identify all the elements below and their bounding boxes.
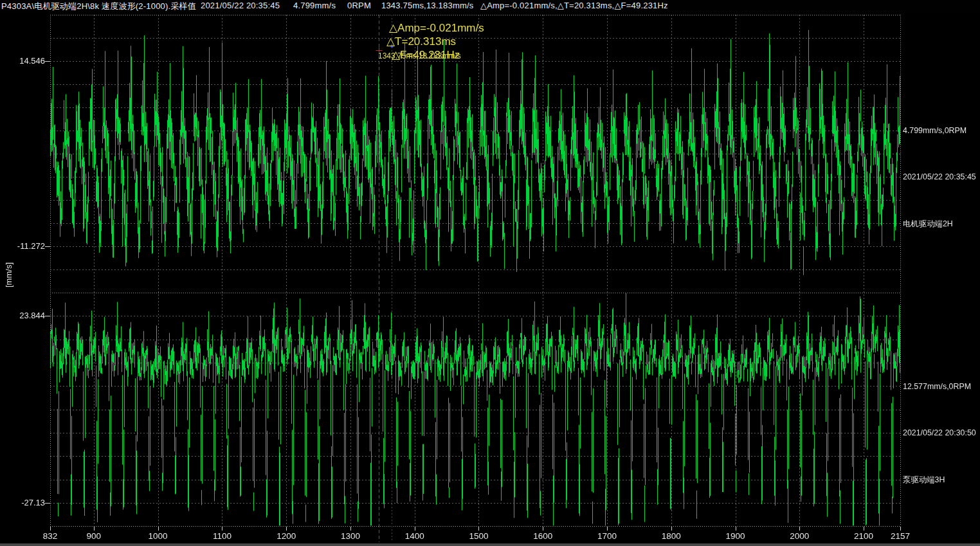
x-tick-label: 1100 <box>204 531 240 541</box>
x-tick-label: 1000 <box>140 531 176 541</box>
x-tick-label: 1800 <box>653 531 689 541</box>
x-tick-label: 1700 <box>589 531 625 541</box>
channel-label: 2021/05/22 20:35:45 <box>903 172 980 181</box>
delta-amp-annotation: △Amp=-0.021mm/s <box>389 21 484 35</box>
x-tick-label: 1500 <box>460 531 496 541</box>
vibration-waveform-viewer: P4303A\电机驱动端2H\8k 速度波形(2-1000).采样值 2021/… <box>0 0 980 546</box>
y-tick-label: -27.13 <box>4 498 45 507</box>
x-tick-label: 1400 <box>397 531 433 541</box>
waveform-chart-canvas[interactable] <box>0 0 980 546</box>
x-tick-label: 2100 <box>846 531 882 541</box>
delta-t-annotation: △T=20.313ms <box>386 35 456 48</box>
x-tick-label: 900 <box>76 531 112 541</box>
x-tick-label: 2157 <box>882 531 918 541</box>
x-tick-label: 832 <box>32 531 68 541</box>
x-tick-label: 1600 <box>525 531 561 541</box>
channel-label: 泵驱动端3H <box>903 475 980 486</box>
y-tick-label: 23.844 <box>4 311 45 320</box>
x-tick-label: 1300 <box>332 531 368 541</box>
channel-label: 电机驱动端2H <box>903 219 980 230</box>
x-tick-label: 1200 <box>268 531 304 541</box>
window-bottom-edge <box>0 543 980 546</box>
channel-label: 2021/05/22 20:30:50 <box>903 428 980 437</box>
x-tick-label: 2000 <box>781 531 817 541</box>
channel-label: 4.799mm/s,0RPM <box>903 126 980 135</box>
y-tick-label: 14.546 <box>4 56 45 66</box>
x-tick-label: 1900 <box>718 531 754 541</box>
channel-label: 12.577mm/s,0RPM <box>903 382 980 391</box>
cursor-point-annotation: 1343.75ms,13.183mm/s <box>378 51 461 60</box>
y-axis-unit-label: [mm/s] <box>4 262 14 287</box>
y-tick-label: -11.272 <box>4 241 45 251</box>
